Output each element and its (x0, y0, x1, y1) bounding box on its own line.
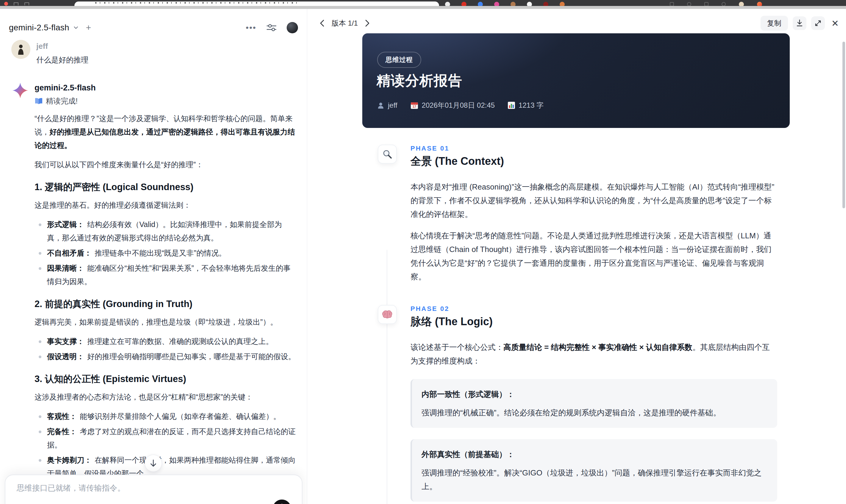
bullet-text: 好的推理会明确指明哪些是已知事实，哪些是基于可能的假设。 (87, 352, 296, 361)
bullet-label: 因果清晰： (47, 264, 84, 272)
response-paragraph: 我们可以从以下四个维度来衡量什么是“好的推理”： (35, 158, 297, 172)
new-chat-button[interactable]: + (86, 23, 91, 32)
person-icon (377, 102, 384, 109)
fullscreen-button[interactable] (811, 16, 825, 30)
download-button[interactable] (793, 16, 806, 30)
meta-datetime: 17 2026年01月08日 02:45 (410, 101, 495, 110)
phase-header: PHASE 02脉络 (The Logic) (362, 305, 790, 329)
puzzle-icon[interactable] (670, 2, 674, 6)
bullet-dot-icon (39, 431, 41, 433)
tab-title-clipped (95, 2, 298, 4)
version-prev-icon[interactable] (319, 19, 325, 27)
jeff-avatar (11, 40, 30, 59)
bullet-dot-icon (39, 459, 41, 462)
tune-settings-icon[interactable] (266, 23, 277, 32)
dimension-card: 外部真实性（前提基础）：强调推理的“经验校准”。解决“GIGO（垃圾进，垃圾出）… (410, 439, 777, 502)
bullet-dot-icon (39, 223, 41, 226)
chevron-down-icon[interactable] (73, 24, 79, 31)
reload-icon[interactable] (722, 2, 726, 6)
phase-paragraph: 该论述基于一个核心公式：高质量结论 = 结构完整性 × 事实准确性 × 认知自律… (410, 340, 777, 368)
meta-word-count: 1213 字 (508, 101, 544, 110)
split-screen-icon[interactable] (687, 2, 691, 6)
search-icon (378, 145, 397, 164)
bullet-dot-icon (39, 252, 41, 255)
phase-body: 本内容是对“推理 (Reasoning)”这一抽象概念的高层建模。在知识爆炸与人… (410, 180, 777, 284)
artifact-pane: 版本 1/1 复制 ✕ 思维过程 (307, 9, 846, 504)
menu-icon[interactable] (24, 2, 29, 5)
section-lead: 这涉及推理者的心态和方法论，也是区分“杠精”和“思想家”的关键： (35, 390, 297, 404)
arrow-down-icon (149, 459, 157, 467)
dimension-card-body: 强调推理的“机械正确”。结论必须在给定的规则系统内逻辑自洽，这是推理的硬件基础。 (422, 406, 768, 419)
model-selector[interactable]: gemini-2.5-flash (9, 23, 69, 32)
phase-label: PHASE 02 (410, 305, 493, 313)
bold-text: 好的推理是从已知信息出发，通过严密的逻辑路径，得出可靠且有说服力结论的过程。 (35, 128, 295, 149)
assistant-status: 精读完成! (35, 96, 297, 106)
bullet-label: 客观性： (47, 412, 77, 420)
assistant-response: “什么是好的推理？”这是一个涉及逻辑学、认知科学和哲学核心的问题。简单来说，好的… (35, 112, 297, 504)
response-paragraph: “什么是好的推理？”这是一个涉及逻辑学、认知科学和哲学核心的问题。简单来说，好的… (35, 112, 297, 152)
artifact-badge: 思维过程 (377, 52, 421, 68)
close-panel-button[interactable]: ✕ (830, 18, 841, 29)
brain-icon (378, 305, 397, 324)
section-heading: 1. 逻辑的严密性 (Logical Soundness) (35, 180, 297, 194)
more-options-icon[interactable]: ••• (246, 25, 256, 30)
chat-header: gemini-2.5-flash + ••• (0, 9, 307, 35)
bullet-item: 形式逻辑：结构必须有效（Valid）。比如演绎推理中，如果前提全部为真，那么通过… (35, 218, 297, 245)
assistant-message: gemini-2.5-flash 精读完成! “什么是好的推理？”这是一个涉及逻… (11, 82, 298, 504)
bullet-list: 客观性：能够识别并尽量排除个人偏见（如幸存者偏差、确认偏差）。完备性：考虑了对立… (35, 410, 297, 480)
bullet-item: 不自相矛盾：推理链条中不能出现“既是又非”的情况。 (35, 246, 297, 260)
phase-label: PHASE 01 (410, 145, 504, 152)
artifact-toolbar: 版本 1/1 复制 ✕ (307, 9, 846, 33)
phase-header-text: PHASE 01全景 (The Context) (410, 145, 504, 169)
assistant-status-text: 精读完成! (46, 96, 78, 106)
phase-body: 该论述基于一个核心公式：高质量结论 = 结构完整性 × 事实准确性 × 认知自律… (410, 340, 777, 504)
bullet-label: 假设透明： (47, 352, 84, 361)
bullet-item: 完备性：考虑了对立的观点和潜在的反证，而不是只选择支持自己结论的证据。 (35, 425, 297, 452)
phase-title: 全景 (The Context) (410, 154, 504, 169)
user-message: jeff 什么是好的推理 (11, 40, 298, 65)
composer-placeholder[interactable]: 思维接口已就绪，请传输指令。 (17, 483, 290, 493)
book-icon (35, 97, 43, 105)
text-run: 该论述基于一个核心公式： (410, 343, 504, 352)
phase-paragraph: 本内容是对“推理 (Reasoning)”这一抽象概念的高层建模。在知识爆炸与人… (410, 180, 777, 221)
dimension-card-body: 强调推理的“经验校准”。解决“GIGO（垃圾进，垃圾出）”问题，确保推理引擎运行… (422, 466, 768, 493)
section-lead: 这是推理的基石。好的推理必须遵循逻辑法则： (35, 198, 297, 212)
chat-pane: gemini-2.5-flash + ••• (0, 9, 307, 504)
tab-grid-icon[interactable] (14, 2, 18, 5)
bullet-label: 形式逻辑： (47, 220, 84, 229)
user-name: jeff (36, 40, 298, 51)
dimension-card-title: 内部一致性（形式逻辑）： (422, 388, 768, 401)
scroll-to-bottom-button[interactable] (145, 455, 162, 472)
section-lead: 逻辑再完美，如果前提是错误的，推理也是垃圾（即“垃圾进，垃圾出”）。 (35, 316, 297, 329)
copy-button[interactable]: 复制 (761, 16, 788, 31)
bullet-dot-icon (39, 415, 41, 418)
bullet-item: 客观性：能够识别并尽量排除个人偏见（如幸存者偏差、确认偏差）。 (35, 410, 297, 423)
bullet-dot-icon (39, 340, 41, 343)
bullet-text: 考虑了对立的观点和潜在的反证，而不是只选择支持自己结论的证据。 (47, 427, 296, 449)
bullet-text: 推理链条中不能出现“既是又非”的情况。 (95, 249, 226, 257)
bullet-item: 假设透明：好的推理会明确指明哪些是已知事实，哪些是基于可能的假设。 (35, 350, 297, 363)
window-close-dot[interactable] (4, 2, 8, 6)
bullet-label: 事实支撑： (47, 337, 84, 345)
chrome-bottom-strip (0, 6, 846, 9)
edit-icon[interactable] (704, 2, 708, 6)
user-avatar[interactable] (287, 22, 298, 33)
user-message-text: 什么是好的推理 (36, 55, 298, 65)
bullet-item: 因果清晰：能准确区分“相关性”和“因果关系”，不会轻率地将先后发生的事情归为因果… (35, 262, 297, 288)
message-composer[interactable]: 思维接口已就绪，请传输指令。 (5, 474, 302, 504)
bullet-text: 推理建立在可靠的数据、准确的观测或公认的真理之上。 (87, 337, 273, 345)
scrollbar-thumb[interactable] (842, 42, 845, 208)
version-next-icon[interactable] (364, 19, 370, 27)
phase-block: PHASE 02脉络 (The Logic)该论述基于一个核心公式：高质量结论 … (362, 305, 790, 504)
bullet-list: 事实支撑：推理建立在可靠的数据、准确的观测或公认的真理之上。假设透明：好的推理会… (35, 335, 297, 363)
voice-input-button[interactable] (273, 500, 291, 504)
dimension-card: 内部一致性（形式逻辑）：强调推理的“机械正确”。结论必须在给定的规则系统内逻辑自… (410, 379, 777, 428)
bullet-list: 形式逻辑：结构必须有效（Valid）。比如演绎推理中，如果前提全部为真，那么通过… (35, 218, 297, 288)
bullet-text: 能够识别并尽量排除个人偏见（如幸存者偏差、确认偏差）。 (80, 412, 281, 420)
text-run: 我们可以从以下四个维度来衡量什么是“好的推理”： (35, 160, 203, 169)
assistant-name: gemini-2.5-flash (35, 82, 297, 92)
artifact-document: 思维过程 精读分析报告 jeff 17 2026年01月08日 02:45 (362, 33, 790, 504)
version-label: 版本 1/1 (332, 18, 358, 28)
bullet-label: 不自相矛盾： (47, 249, 92, 257)
section-heading: 3. 认知的公正性 (Epistemic Virtues) (35, 372, 297, 385)
